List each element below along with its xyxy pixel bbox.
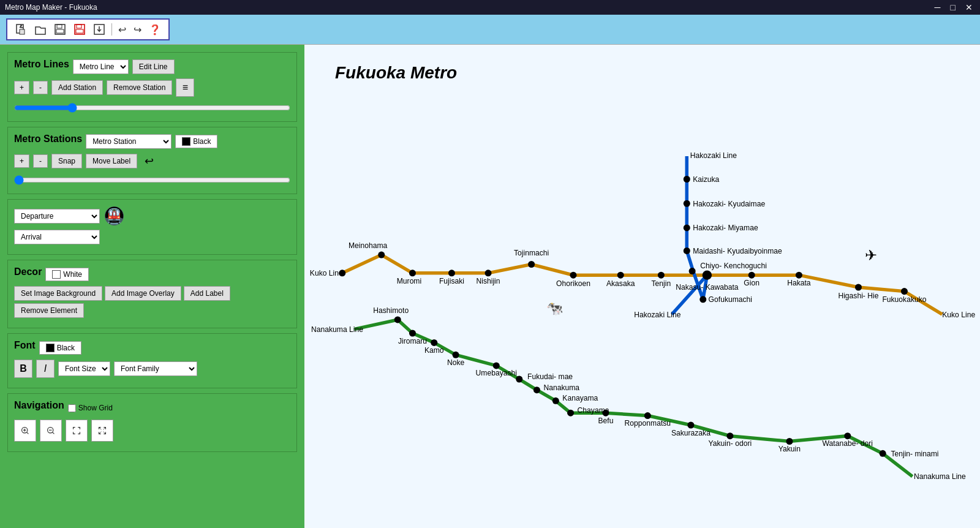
route-section: Departure 🚇 Arrival <box>7 199 297 255</box>
station-fukudai-mae[interactable] <box>516 375 522 382</box>
font-size-dropdown[interactable]: Font Size 8 10 12 14 16 18 20 24 <box>58 361 110 376</box>
label-kamo: Kamo <box>424 346 444 355</box>
station-yakuin-odori[interactable] <box>726 432 733 439</box>
station-gion[interactable] <box>748 272 755 279</box>
remove-point-button[interactable]: - <box>33 154 48 168</box>
station-fukuokakuko[interactable] <box>901 288 908 295</box>
label-fukuokakuko: Fukuokakuko <box>882 295 926 304</box>
save-red-button[interactable] <box>71 22 88 37</box>
font-family-dropdown[interactable]: Font Family Arial Times New Roman Courie… <box>114 361 197 376</box>
station-yakuin[interactable] <box>786 438 793 445</box>
station-hashimoto[interactable] <box>394 316 401 323</box>
set-bg-button[interactable]: Set Image Background <box>14 286 102 301</box>
label-chiyo: Chiyo- Kenchoguchi <box>700 262 767 270</box>
edit-line-button[interactable]: Edit Line <box>132 59 175 74</box>
station-watanabe-dori[interactable] <box>844 432 851 439</box>
label-tenjin: Tenjin <box>652 279 671 288</box>
station-ropponmatsu[interactable] <box>644 412 651 419</box>
station-befu[interactable] <box>602 410 609 417</box>
station-hakozaki-kyudaimae[interactable] <box>684 200 690 207</box>
add-line-button[interactable]: + <box>14 81 29 94</box>
map-title: Fukuoka Metro <box>335 63 457 83</box>
label-hakata: Hakata <box>787 279 811 287</box>
station-meinohama[interactable] <box>378 252 385 258</box>
decor-color-button[interactable]: White <box>45 268 89 281</box>
snap-button[interactable]: Snap <box>51 154 82 168</box>
station-gofukumachi[interactable] <box>699 296 706 303</box>
metro-station-dropdown[interactable]: Metro Station <box>86 134 172 149</box>
close-button[interactable]: ✕ <box>963 2 975 12</box>
label-ropponmatsu: Ropponmatsu <box>625 419 671 428</box>
save-button[interactable] <box>51 22 69 37</box>
remove-station-button[interactable]: Remove Station <box>107 80 172 95</box>
station-sakurazaka[interactable] <box>687 421 694 428</box>
font-color-button[interactable]: Black <box>39 341 81 355</box>
fit-button[interactable] <box>66 420 88 442</box>
station-nishijin[interactable] <box>485 270 492 276</box>
station-nanakuma[interactable] <box>533 387 540 393</box>
station-tenjin-minami[interactable] <box>880 450 886 457</box>
station-chiyo[interactable] <box>689 268 696 274</box>
label-muromi: Muromi <box>397 277 421 285</box>
zoom-out-button[interactable] <box>40 420 62 442</box>
station-higashi-hie[interactable] <box>855 284 862 290</box>
open-file-button[interactable] <box>32 22 49 37</box>
add-point-button[interactable]: + <box>14 154 29 168</box>
new-file-button[interactable] <box>12 22 29 37</box>
metro-line-dropdown[interactable]: Metro Line <box>73 59 129 74</box>
airplane-icon: ✈ <box>865 247 877 263</box>
station-umebayashi[interactable] <box>493 362 500 369</box>
font-title: Font <box>14 340 36 351</box>
minimize-button[interactable]: ─ <box>932 2 943 12</box>
zoom-in-button[interactable] <box>14 420 36 442</box>
label-nakasu: Nakasu- Kawabata <box>676 283 739 292</box>
remove-line-button[interactable]: - <box>33 81 48 94</box>
redo-button[interactable]: ↪ <box>131 23 144 37</box>
add-overlay-button[interactable]: Add Image Overlay <box>105 286 181 301</box>
station-chayama[interactable] <box>567 410 574 417</box>
station-kanayama[interactable] <box>552 398 559 404</box>
station-maidashi[interactable] <box>684 247 690 254</box>
station-fujisaki[interactable] <box>448 270 455 276</box>
train-icon[interactable]: 🚇 <box>104 206 125 226</box>
add-label-button[interactable]: Add Label <box>184 286 230 301</box>
label-maidashi: Maidashi- Kyudaibyoinmae <box>693 247 782 255</box>
label-hashimoto: Hashimoto <box>373 306 409 315</box>
export-button[interactable] <box>91 22 108 37</box>
help-button[interactable]: ❓ <box>146 23 164 37</box>
station-noke[interactable] <box>453 352 459 358</box>
station-kamo[interactable] <box>431 339 437 346</box>
station-color-button[interactable]: Black <box>175 135 217 148</box>
departure-dropdown[interactable]: Departure <box>14 209 100 224</box>
maximize-button[interactable]: □ <box>948 2 958 12</box>
line-slider[interactable] <box>14 103 290 113</box>
station-hakata[interactable] <box>796 272 802 279</box>
station-nakasu[interactable] <box>703 270 712 279</box>
station-ohorikoen[interactable] <box>570 272 576 279</box>
svg-rect-8 <box>76 29 83 33</box>
move-label-button[interactable]: Move Label <box>86 154 137 168</box>
station-jiromaru[interactable] <box>409 330 416 336</box>
station-muromi[interactable] <box>409 270 416 276</box>
decor-color-label: White <box>63 270 82 279</box>
label-kuko-line-end: Kuko Line <box>942 311 975 319</box>
toolbar-inner: ↩ ↪ ❓ <box>6 18 170 40</box>
show-grid-checkbox[interactable] <box>68 404 76 412</box>
station-tojinmachi[interactable] <box>528 261 535 268</box>
remove-element-button[interactable]: Remove Element <box>14 303 84 318</box>
undo-button[interactable]: ↩ <box>116 23 129 37</box>
expand-button[interactable] <box>91 420 113 442</box>
station-slider[interactable] <box>14 175 290 185</box>
arrival-dropdown[interactable]: Arrival <box>14 230 100 244</box>
station-tenjin[interactable] <box>658 272 665 279</box>
station-hakozaki-miyamae[interactable] <box>684 224 690 231</box>
station-kaizuka[interactable] <box>684 176 690 183</box>
list-button[interactable]: ≡ <box>176 78 194 97</box>
label-watanabe-dori: Watanabe- dori <box>823 439 873 448</box>
station-undo-button[interactable]: ↩ <box>141 153 157 169</box>
add-station-button[interactable]: Add Station <box>51 80 103 95</box>
bold-button[interactable]: B <box>14 360 32 378</box>
station-akasaka[interactable] <box>617 272 624 279</box>
show-grid-text: Show Grid <box>78 404 113 412</box>
italic-button[interactable]: I <box>36 360 55 378</box>
